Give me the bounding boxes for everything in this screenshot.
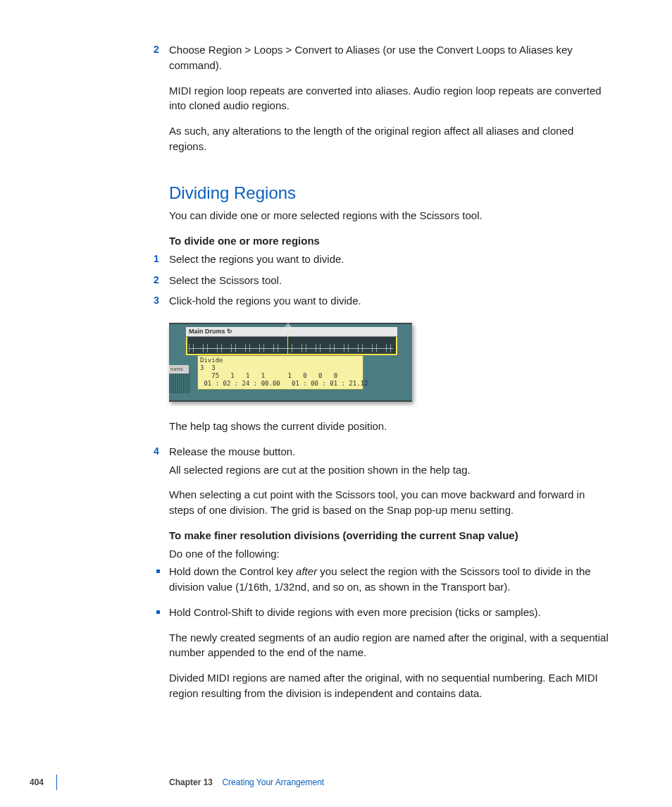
tail-para: The newly created segments of an audio r… [169, 630, 609, 661]
track-label-cropped: rums [169, 365, 189, 374]
step-number: 2 [154, 273, 159, 287]
step-text: Click-hold the regions you want to divid… [169, 293, 609, 309]
loop-icon: ↻ [227, 327, 232, 336]
help-tag-row3: 01 : 02 : 24 : 00.00 01 : 00 : 01 : 21.1… [200, 380, 361, 388]
step-number: 4 [154, 444, 159, 458]
page-number: 404 [30, 777, 44, 787]
bullet-control-key: Hold down the Control key after you sele… [169, 564, 609, 595]
step-para: All selected regions are cut at the posi… [169, 462, 609, 478]
chapter-title: Creating Your Arrangement [222, 777, 324, 787]
italic-text: after [296, 565, 317, 577]
task-intro: Do one of the following: [169, 546, 609, 562]
waveform [189, 344, 393, 352]
scissors-cursor-icon [283, 323, 293, 333]
step-4: 4 Release the mouse button. All selected… [169, 444, 609, 518]
help-tag: Divide 3 3 75 1 1 1 1 0 0 0 01 : 02 : 24… [197, 355, 363, 390]
bullet-icon [156, 610, 160, 614]
footer-divider [56, 775, 57, 790]
step-para: When selecting a cut point with the Scis… [169, 487, 609, 518]
task-title: To divide one or more regions [169, 233, 609, 249]
page: 2 Choose Region > Loops > Convert to Ali… [0, 0, 672, 807]
step-2: 2 Select the Scissors tool. [169, 273, 609, 288]
bullet-control-shift: Hold Control-Shift to divide regions wit… [169, 605, 609, 620]
prev-step-2: 2 Choose Region > Loops > Convert to Ali… [169, 42, 609, 154]
step-text: Select the regions you want to divide. [169, 252, 609, 267]
step-3: 3 Click-hold the regions you want to div… [169, 293, 609, 309]
step-number: 1 [154, 252, 159, 266]
tail-para: Divided MIDI regions are named after the… [169, 670, 609, 701]
task-title: To make finer resolution divisions (over… [169, 528, 609, 543]
text: Hold Control-Shift to divide regions wit… [169, 606, 541, 618]
bullet-text: Hold down the Control key after you sele… [169, 564, 609, 595]
after-shot-text: The help tag shows the current divide po… [169, 419, 609, 434]
track-below [169, 372, 190, 393]
screenshot: Main Drums ↻ rums Divide 3 3 75 1 1 1 1 … [169, 323, 412, 402]
section-heading: Dividing Regions [169, 181, 609, 206]
step-para: As such, any alterations to the length o… [169, 123, 609, 154]
bullet-text: Hold Control-Shift to divide regions wit… [169, 605, 609, 620]
help-tag-title: Divide [200, 357, 361, 364]
step-number: 3 [154, 293, 159, 307]
step-number: 2 [154, 42, 159, 56]
body-column: 2 Choose Region > Loops > Convert to Ali… [169, 42, 609, 701]
region-name: Main Drums [189, 328, 225, 335]
chapter-label: Chapter 13 [169, 777, 213, 787]
step-text: Release the mouse button. [169, 444, 609, 460]
bullet-icon [156, 569, 160, 573]
text: Hold down the Control key [169, 565, 296, 577]
step-para: MIDI region loop repeats are converted i… [169, 83, 609, 114]
step-text: Select the Scissors tool. [169, 273, 609, 288]
section-intro: You can divide one or more selected regi… [169, 208, 609, 223]
step-text: Choose Region > Loops > Convert to Alias… [169, 42, 609, 73]
step-1: 1 Select the regions you want to divide. [169, 252, 609, 267]
chapter-info: Chapter 13 Creating Your Arrangement [169, 777, 324, 787]
help-tag-row2: 3 3 75 1 1 1 1 0 0 0 [200, 364, 361, 380]
